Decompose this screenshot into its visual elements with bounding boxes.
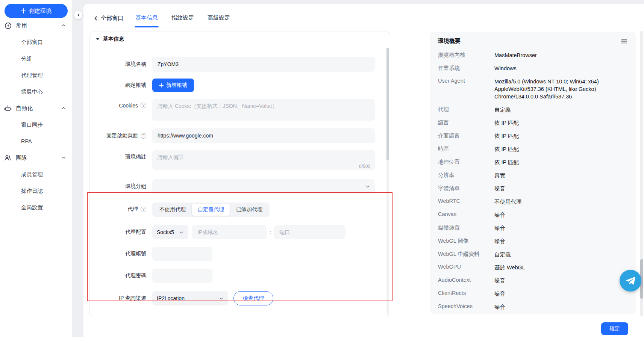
proxy-label: 代理 ? [96,203,146,216]
remark-row: 環境備註 0/500 [96,150,390,172]
sidebar-item[interactable]: 全局設置 [0,199,72,216]
proxy-port-input[interactable] [274,225,345,239]
summary-row-label: Canvas [438,211,494,219]
create-environment-button[interactable]: 創建環境 [5,4,68,18]
summary-row-value: 噪音 [494,290,627,298]
tab[interactable]: 高級設定 [208,14,230,22]
proxy-mode-segmented: 不使用代理自定義代理已添加代理 [152,203,270,217]
sidebar-section-team[interactable]: 團隊 [0,150,72,166]
basic-info-card: 基本信息 環境名稱 綁定帳號 新增帳號 Cookies [89,32,390,317]
sidebar-item[interactable]: 擴展中心 [0,83,72,100]
cookies-textarea[interactable] [152,99,375,121]
summary-row: 地理位置依 IP 匹配 [438,156,627,169]
bind-account-row: 綁定帳號 新增帳號 [96,79,390,92]
basic-info-form: 環境名稱 綁定帳號 新增帳號 Cookies ? [90,46,390,305]
back-to-all-windows[interactable]: 全部窗口 [93,15,123,22]
chevron-left-icon [77,13,80,17]
check-proxy-button[interactable]: 檢查代理 [233,291,273,305]
proxy-pass-input[interactable] [152,269,212,283]
proxy-user-row: 代理帳號 [96,247,390,261]
help-icon[interactable]: ? [141,133,146,139]
proxy-pass-row: 代理密碼 [96,269,390,283]
summary-row-label: 分辨率 [438,172,494,179]
proxy-mode-option[interactable]: 自定義代理 [192,204,230,216]
summary-row-label: 作業系統 [438,65,494,72]
help-icon[interactable]: ? [141,103,146,108]
sidebar-item[interactable]: 操作日誌 [0,183,72,199]
proxy-config-label: 代理配置 [96,225,146,239]
sidebar-item[interactable]: 分組 [0,50,72,67]
summary-row-value: 噪音 [494,303,627,311]
proxy-protocol-value: Socks5 [157,229,174,235]
app-window: 創建環境 常用 全部窗口分組代理管理擴展中心 自動化 窗口同步RPA [0,0,644,337]
summary-row-value: 依 IP 匹配 [494,119,627,127]
proxy-protocol-select[interactable]: Socks5 [152,225,188,239]
chevron-up-icon [61,106,66,111]
summary-row-label: 代理 [438,106,494,113]
host-port-separator: : [270,229,271,235]
sidebar: 創建環境 常用 全部窗口分組代理管理擴展中心 自動化 窗口同步RPA [0,0,72,337]
tab[interactable]: 指紋設定 [171,14,194,22]
summary-row-label: SpeechVoices [438,303,494,311]
group-select[interactable] [152,179,375,193]
summary-row-value: Windows [494,65,627,72]
ip-channel-row: IP 查詢渠道 IP2Location 檢查代理 [96,291,390,305]
summary-rows: 瀏覽器內核MasMateBrowser作業系統WindowsUser Agent… [438,48,627,314]
sidebar-item[interactable]: 全部窗口 [0,34,72,50]
chevron-down-icon [179,230,184,235]
proxy-config-row: 代理配置 Socks5 : [96,225,390,239]
sidebar-item[interactable]: 代理管理 [0,67,72,83]
summary-row-label: 時區 [438,145,494,153]
summary-row-value: 基於 WebGL [494,264,627,271]
help-icon[interactable]: ? [141,207,146,212]
environment-summary-panel: 環境概要 瀏覽器內核MasMateBrowser作業系統WindowsUser … [430,32,636,314]
summary-row: SpeechVoices噪音 [438,300,627,313]
proxy-mode-option[interactable]: 已添加代理 [230,204,268,216]
summary-row-value: 噪音 [494,211,627,219]
cookies-row: Cookies ? [96,99,390,121]
proxy-host-input[interactable] [192,225,267,239]
sidebar-item[interactable]: 成員管理 [0,166,72,183]
sidebar-section-automation[interactable]: 自動化 [0,100,72,116]
proxy-mode-option[interactable]: 不使用代理 [153,204,192,216]
robot-icon [4,105,12,112]
sidebar-section-common[interactable]: 常用 [0,17,72,34]
summary-row: 語言依 IP 匹配 [438,116,627,129]
summary-row-label: 字體清單 [438,185,494,192]
sliders-icon[interactable] [621,38,627,44]
add-account-button[interactable]: 新增帳號 [152,79,194,92]
tab[interactable]: 基本信息 [135,14,158,22]
sidebar-item[interactable]: RPA [0,133,72,150]
summary-row-label: WebGL 圖像 [438,237,494,245]
start-page-input[interactable] [152,128,375,143]
confirm-button[interactable]: 確定 [601,322,628,335]
window-scrollbar[interactable] [640,31,643,316]
remark-textarea[interactable] [152,150,375,170]
create-environment-label: 創建環境 [29,8,52,15]
ip-channel-select[interactable]: IP2Location [152,291,228,305]
telegram-float-button[interactable] [620,270,641,292]
basic-info-card-header[interactable]: 基本信息 [90,32,390,46]
summary-row-value: 自定義 [494,106,627,113]
summary-row-value: 依 IP 匹配 [494,132,627,140]
summary-row-label: WebGL 中繼資料 [438,251,494,258]
summary-row: AudioContext噪音 [438,274,627,287]
summary-title: 環境概要 [438,38,461,45]
summary-row: ClientRects噪音 [438,287,627,300]
summary-row: 時區依 IP 匹配 [438,142,627,156]
add-account-label: 新增帳號 [166,82,187,89]
collapse-triangle-icon [96,38,100,40]
card-scrollbar[interactable] [386,48,389,315]
sidebar-item[interactable]: 窗口同步 [0,116,72,133]
ip-channel-value: IP2Location [157,295,185,301]
env-name-input[interactable] [152,57,375,72]
sidebar-section-label: 自動化 [16,105,61,112]
card-scrollbar-thumb[interactable] [386,48,389,160]
summary-row: 代理自定義 [438,103,627,116]
sidebar-section-label: 團隊 [16,154,61,162]
sidebar-collapse-button[interactable] [74,11,82,19]
proxy-user-input[interactable] [152,247,212,261]
sidebar-section-label: 常用 [16,22,61,29]
group-row: 環境分組 [96,179,390,193]
summary-row-value: 噪音 [494,237,627,245]
